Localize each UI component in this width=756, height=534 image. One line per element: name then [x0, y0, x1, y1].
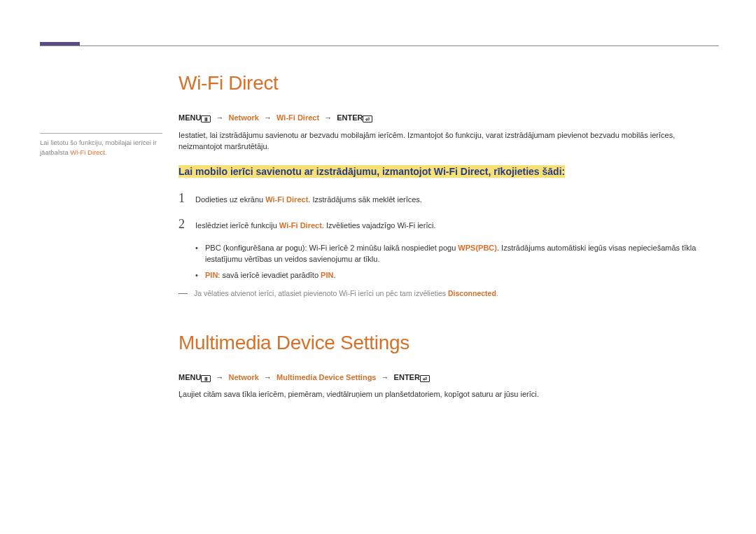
arrow-icon: →: [216, 113, 223, 122]
page-top-divider: [40, 45, 719, 46]
enter-icon: ⏎: [363, 115, 372, 122]
nav-multimedia: Multimedia Device Settings: [276, 373, 376, 381]
section-title-multimedia: Multimedia Device Settings: [178, 328, 718, 358]
step-number-1: 1: [178, 189, 195, 208]
main-content: Wi-Fi Direct MENUⅢ → Network → Wi-Fi Dir…: [178, 69, 718, 412]
bullet-pbc-text: PBC (konfigurēšana ar pogu): Wi-Fi ierīc…: [205, 242, 718, 265]
menu-label: MENU: [178, 113, 201, 122]
footnote-post: .: [496, 289, 498, 297]
bullet-list: • PBC (konfigurēšana ar pogu): Wi-Fi ier…: [195, 242, 718, 281]
footnote-accent: Disconnected: [448, 289, 496, 297]
step-2-text: Ieslēdziet ierīcē funkciju Wi-Fi Direct.…: [195, 220, 435, 232]
sidebar-note-block: Lai lietotu šo funkciju, mobilajai ierīc…: [40, 133, 162, 158]
menu-icon: Ⅲ: [201, 115, 211, 122]
bullet-item-pbc: • PBC (konfigurēšana ar pogu): Wi-Fi ier…: [195, 242, 718, 265]
sidebar-note-accent: Wi-Fi Direct: [70, 148, 105, 156]
step1-accent: Wi-Fi Direct: [265, 195, 308, 204]
multimedia-body: Ļaujiet citām sava tīkla ierīcēm, piemēr…: [178, 388, 718, 400]
sidebar-note-post: .: [105, 148, 107, 156]
enter-label: ENTER: [394, 373, 420, 381]
bullet2-accent2: PIN: [321, 271, 333, 279]
arrow-icon: →: [264, 373, 272, 381]
arrow-icon: →: [264, 113, 272, 122]
bullet2-accent1: PIN: [205, 271, 218, 279]
footnote-text: Ja vēlaties atvienot ierīci, atlasiet pi…: [194, 288, 498, 300]
step2-accent: Wi-Fi Direct: [279, 221, 322, 230]
enter-icon: ⏎: [420, 375, 430, 382]
highlight-heading: Lai mobilo ierīci savienotu ar izstrādāj…: [178, 165, 565, 178]
bullet-pin-text: PIN: savā ierīcē ievadiet parādīto PIN.: [205, 269, 336, 281]
numbered-list: 1 Dodieties uz ekrānu Wi-Fi Direct. Izst…: [178, 189, 718, 234]
bullet-dot-icon: •: [195, 242, 205, 254]
step1-pre: Dodieties uz ekrānu: [195, 195, 265, 204]
footnote-pre: Ja vēlaties atvienot ierīci, atlasiet pi…: [194, 289, 448, 297]
footnote-dash-icon: ―: [178, 286, 194, 300]
nav-network: Network: [229, 373, 259, 381]
bullet2-mid: : savā ierīcē ievadiet parādīto: [218, 271, 321, 279]
list-item: 2 Ieslēdziet ierīcē funkciju Wi-Fi Direc…: [178, 215, 718, 234]
enter-label: ENTER: [337, 113, 363, 122]
step-number-2: 2: [178, 215, 195, 234]
arrow-icon: →: [324, 113, 332, 122]
menu-label: MENU: [178, 373, 201, 381]
bullet1-accent: WPS(PBC): [458, 244, 497, 252]
nav-path-multimedia: MENUⅢ → Network → Multimedia Device Sett…: [178, 372, 718, 384]
step2-pre: Ieslēdziet ierīcē funkciju: [195, 221, 279, 230]
step1-post: . Izstrādājums sāk meklēt ierīces.: [308, 195, 422, 204]
bullet-dot-icon: •: [195, 269, 205, 281]
menu-icon: Ⅲ: [201, 375, 211, 382]
step2-post: . Izvēlieties vajadzīgo Wi-Fi ierīci.: [322, 221, 436, 230]
nav-path-wifi: MENUⅢ → Network → Wi-Fi Direct → ENTER⏎: [178, 112, 718, 124]
bullet1-pre: PBC (konfigurēšana ar pogu): Wi-Fi ierīc…: [205, 244, 458, 252]
bullet2-post: .: [333, 271, 335, 279]
footnote: ― Ja vēlaties atvienot ierīci, atlasiet …: [178, 286, 718, 300]
arrow-icon: →: [216, 373, 223, 381]
nav-network: Network: [229, 113, 259, 122]
sidebar-divider: [40, 133, 162, 134]
highlight-heading-wrap: Lai mobilo ierīci savienotu ar izstrādāj…: [178, 164, 718, 179]
section-multimedia: Multimedia Device Settings MENUⅢ → Netwo…: [178, 328, 718, 400]
sidebar-note: Lai lietotu šo funkciju, mobilajai ierīc…: [40, 138, 162, 158]
section-title-wifi: Wi-Fi Direct: [178, 69, 718, 98]
step-1-text: Dodieties uz ekrānu Wi-Fi Direct. Izstrā…: [195, 194, 422, 206]
nav-wifi-direct: Wi-Fi Direct: [276, 113, 319, 122]
section-wifi-direct: Wi-Fi Direct MENUⅢ → Network → Wi-Fi Dir…: [178, 69, 718, 300]
intro-text: Iestatiet, lai izstrādājumu savienotu ar…: [178, 129, 718, 153]
bullet-item-pin: • PIN: savā ierīcē ievadiet parādīto PIN…: [195, 269, 718, 281]
arrow-icon: →: [382, 373, 389, 381]
list-item: 1 Dodieties uz ekrānu Wi-Fi Direct. Izst…: [178, 189, 718, 208]
